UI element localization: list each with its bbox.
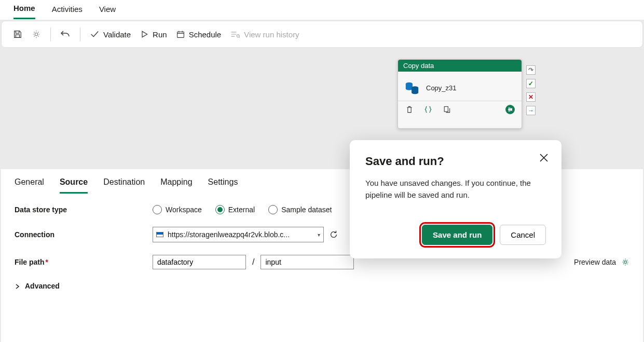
settings-icon[interactable] [32,30,41,39]
save-and-run-button[interactable]: Save and run [422,225,492,245]
tab-view[interactable]: View [99,5,116,19]
connector-failure[interactable]: ✕ [526,92,536,102]
dialog-body: You have unsaved changes. If you continu… [365,177,546,201]
connection-value: https://storagenlweazpq4r2vk.blob.c... [168,230,313,239]
view-run-history-button: View run history [230,30,299,39]
connection-select[interactable]: https://storagenlweazpq4r2vk.blob.c... ▾ [153,227,324,242]
connection-label: Connection [15,230,153,239]
toolbar: Validate Run Schedule View run history [1,21,643,48]
toolbar-divider [50,28,51,41]
advanced-toggle[interactable]: Advanced [15,282,629,290]
tab-activities[interactable]: Activities [52,5,83,19]
preview-settings-icon[interactable] [621,258,629,266]
file-path-label: File path* [15,258,153,266]
tab-general[interactable]: General [15,177,44,194]
connector-success[interactable]: ✓ [526,79,536,88]
data-store-type-radios: Workspace External Sample dataset [153,205,332,214]
tab-home[interactable]: Home [13,4,35,19]
path-separator: / [252,257,254,267]
chevron-down-icon: ▾ [318,232,320,238]
tab-destination[interactable]: Destination [103,177,145,194]
undo-button[interactable] [60,29,71,39]
file-path-directory-input[interactable] [261,255,354,269]
preview-data-label: Preview data [574,258,616,266]
save-and-run-dialog: Save and run? You have unsaved changes. … [350,140,561,258]
svg-rect-6 [444,106,448,112]
dependency-connectors: ↷ ✓ ✕ → [526,65,536,115]
validate-button[interactable]: Validate [90,30,131,39]
dialog-title: Save and run? [365,155,546,168]
close-icon[interactable] [538,152,550,164]
run-button[interactable]: Run [140,30,167,39]
copy-data-activity[interactable]: Copy data Copy_z31 [398,59,522,129]
radio-sample-label: Sample dataset [281,206,332,214]
save-icon[interactable] [13,30,22,39]
svg-rect-0 [16,35,19,37]
radio-sample[interactable]: Sample dataset [268,205,332,214]
storage-icon [156,232,163,237]
ribbon-tabs: Home Activities View [0,0,644,20]
run-label: Run [153,30,167,39]
tab-mapping[interactable]: Mapping [160,177,192,194]
copy-data-icon [404,80,420,95]
activity-header: Copy data [398,60,522,72]
schedule-label: Schedule [189,30,222,39]
preview-data-link[interactable]: Preview data [574,258,629,266]
connector-skip[interactable]: → [526,106,536,115]
braces-icon[interactable] [424,105,432,114]
radio-workspace-label: Workspace [166,206,202,214]
tab-settings[interactable]: Settings [208,177,238,194]
validate-label: Validate [103,30,131,39]
activity-footer [398,101,522,119]
activity-body: Copy_z31 [398,72,522,101]
svg-point-3 [237,35,239,37]
data-store-type-label: Data store type [15,206,153,214]
activity-name: Copy_z31 [426,84,457,92]
radio-workspace[interactable]: Workspace [153,205,202,214]
svg-point-8 [624,261,627,264]
svg-rect-2 [177,32,184,37]
file-path-container-input[interactable] [153,255,246,269]
history-label: View run history [244,30,299,39]
radio-external[interactable]: External [215,205,255,214]
delete-icon[interactable] [405,105,414,114]
svg-point-1 [35,33,37,35]
tab-source[interactable]: Source [60,177,88,194]
connector-completion[interactable]: ↷ [526,65,536,75]
activity-run-icon[interactable] [505,104,515,115]
radio-external-label: External [228,206,255,214]
cancel-button[interactable]: Cancel [500,225,546,245]
refresh-icon[interactable] [329,230,338,239]
advanced-label: Advanced [25,282,60,290]
toolbar-divider [80,28,80,41]
schedule-button[interactable]: Schedule [176,30,222,39]
copy-icon[interactable] [443,105,451,114]
